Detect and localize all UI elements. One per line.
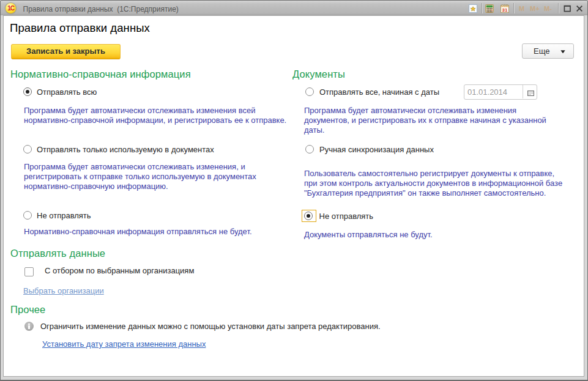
svg-text:31: 31 [502,7,508,13]
